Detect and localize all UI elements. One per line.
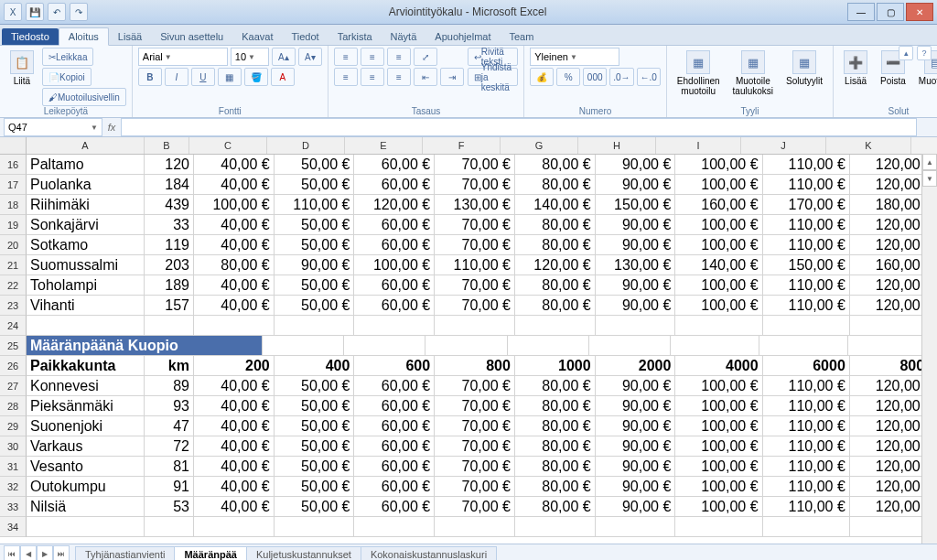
cell[interactable]: 110,00 € [435, 255, 515, 275]
sheet-prev-icon[interactable]: ◀ [20, 545, 37, 560]
cell[interactable]: 100,00 € [675, 275, 762, 296]
cell[interactable]: 110,00 € [763, 497, 850, 517]
scroll-up-icon[interactable]: ▲ [922, 154, 937, 170]
cell[interactable]: 70,00 € [435, 376, 515, 396]
cell[interactable]: 800 [435, 356, 515, 376]
copy-button[interactable]: 📄 Kopioi [42, 68, 92, 86]
tab-file[interactable]: Tiedosto [2, 28, 59, 45]
cell[interactable]: 100,00 € [675, 436, 762, 457]
cell[interactable]: 110,00 € [763, 155, 850, 175]
row-header[interactable]: 31 [0, 457, 27, 477]
row-header[interactable]: 22 [0, 275, 27, 296]
cell[interactable]: 90,00 € [275, 255, 355, 275]
cell[interactable]: 100,00 € [675, 155, 762, 175]
cell[interactable]: 150,00 € [596, 195, 676, 215]
section-header[interactable]: Määränpäänä Kuopio [27, 336, 263, 356]
cell[interactable]: 60,00 € [354, 296, 435, 316]
cell[interactable]: 90,00 € [596, 497, 676, 517]
col-header-K[interactable]: K [826, 137, 911, 154]
cell[interactable]: 80,00 € [515, 296, 596, 316]
fill-color-button[interactable]: 🪣 [244, 68, 268, 86]
cell[interactable]: 184 [145, 175, 194, 195]
cell[interactable]: 110,00 € [763, 235, 850, 255]
font-color-button[interactable]: A [271, 68, 295, 86]
cell[interactable]: 100,00 € [675, 457, 762, 477]
cell[interactable]: 70,00 € [435, 296, 515, 316]
conditional-format-button[interactable]: ▦Ehdollinen muotoilu [673, 48, 725, 99]
cell[interactable]: Varkaus [27, 436, 145, 457]
merge-center-button[interactable]: ⊞ Yhdistä ja keskitä [468, 68, 518, 86]
cell[interactable]: 90,00 € [596, 436, 676, 457]
cell[interactable] [194, 316, 275, 336]
cell[interactable]: 40,00 € [194, 376, 275, 396]
dec-decimal-button[interactable]: ←.0 [637, 68, 661, 86]
cell[interactable] [759, 336, 848, 356]
cell[interactable]: 4000 [675, 356, 762, 376]
cell[interactable]: Suomussalmi [27, 255, 145, 275]
cell[interactable]: 50,00 € [275, 497, 355, 517]
cell[interactable]: 50,00 € [275, 175, 355, 195]
cell[interactable]: Nilsiä [27, 497, 145, 517]
cell[interactable]: 120 [145, 155, 194, 175]
cell[interactable]: 90,00 € [596, 175, 676, 195]
close-button[interactable]: ✕ [906, 3, 933, 21]
name-box[interactable]: Q47▼ [4, 118, 102, 136]
align-left-button[interactable]: ≡ [334, 68, 358, 86]
cell[interactable]: 50,00 € [275, 215, 355, 235]
col-header-C[interactable]: C [189, 137, 267, 154]
cell[interactable]: 60,00 € [354, 457, 435, 477]
cell[interactable]: 6000 [763, 356, 850, 376]
cell[interactable]: 90,00 € [596, 396, 676, 416]
cell[interactable] [596, 517, 676, 537]
minimize-button[interactable]: — [847, 3, 875, 21]
cell[interactable]: 90,00 € [596, 296, 676, 316]
row-header[interactable]: 32 [0, 477, 27, 497]
cell[interactable]: Sonkajärvi [27, 215, 145, 235]
cell[interactable]: 100,00 € [675, 235, 762, 255]
sheet-last-icon[interactable]: ⏭ [53, 545, 70, 560]
cell[interactable]: 93 [145, 396, 194, 416]
col-header-H[interactable]: H [578, 137, 656, 154]
indent-inc-button[interactable]: ⇥ [440, 68, 464, 86]
cell[interactable] [354, 316, 435, 336]
cell[interactable]: 40,00 € [194, 155, 275, 175]
cell[interactable]: 60,00 € [354, 175, 435, 195]
row-header[interactable]: 29 [0, 416, 27, 436]
row-header[interactable]: 34 [0, 517, 27, 537]
cell[interactable]: 100,00 € [675, 175, 762, 195]
cell[interactable]: 70,00 € [435, 235, 515, 255]
format-table-button[interactable]: ▦Muotoile taulukoksi [728, 48, 778, 99]
tab-tiedot[interactable]: Tiedot [282, 28, 328, 45]
cell[interactable]: 160,00 € [675, 195, 762, 215]
redo-icon[interactable]: ↷ [70, 3, 88, 21]
cell[interactable]: Riihimäki [27, 195, 145, 215]
cell[interactable]: 80,00 € [515, 275, 596, 296]
font-size-combo[interactable]: 10▼ [231, 48, 269, 66]
cell[interactable]: 40,00 € [194, 497, 275, 517]
cell[interactable] [671, 336, 759, 356]
col-header-E[interactable]: E [345, 137, 423, 154]
cell[interactable]: Paikkakunta [27, 356, 145, 376]
cell[interactable]: 47 [145, 416, 194, 436]
col-header-I[interactable]: I [656, 137, 741, 154]
cell[interactable] [435, 316, 515, 336]
cell[interactable] [27, 316, 145, 336]
save-icon[interactable]: 💾 [26, 3, 44, 21]
number-format-combo[interactable]: Yleinen▼ [530, 48, 619, 66]
tab-tarkista[interactable]: Tarkista [328, 28, 382, 45]
cell-styles-button[interactable]: ▦Solutyylit [781, 48, 827, 89]
cell[interactable]: 110,00 € [763, 416, 850, 436]
cell[interactable] [344, 336, 425, 356]
cell[interactable]: 80,00 € [194, 255, 275, 275]
col-header-J[interactable]: J [741, 137, 826, 154]
cell[interactable]: 157 [145, 296, 194, 316]
orientation-button[interactable]: ⤢ [414, 48, 437, 66]
cell[interactable]: km [145, 356, 194, 376]
cell[interactable]: 40,00 € [194, 457, 275, 477]
cell[interactable]: 140,00 € [515, 195, 596, 215]
cell[interactable]: 110,00 € [275, 195, 355, 215]
row-header[interactable]: 17 [0, 175, 27, 195]
cell[interactable] [589, 336, 671, 356]
tab-sivun asettelu[interactable]: Sivun asettelu [151, 28, 232, 45]
grow-font-button[interactable]: A▴ [272, 48, 296, 66]
